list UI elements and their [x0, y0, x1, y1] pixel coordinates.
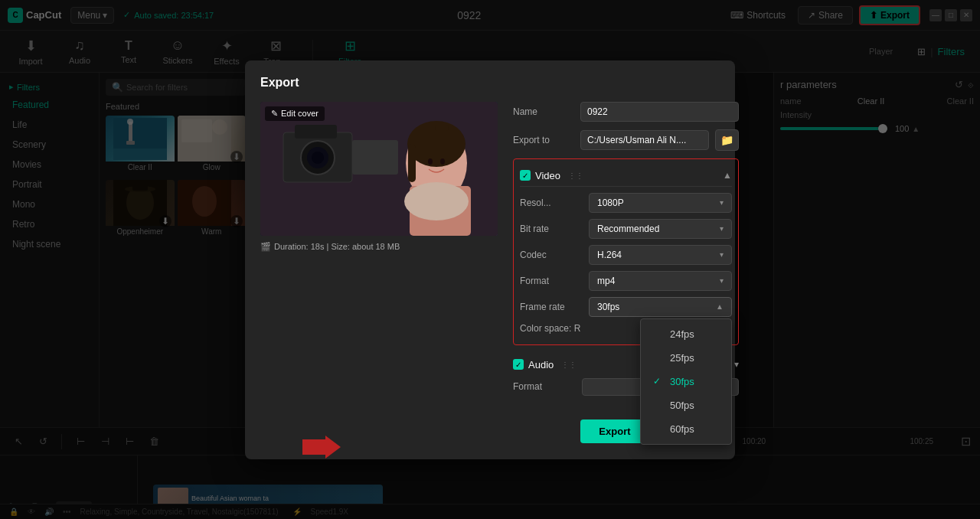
modal-body: ✎ Edit cover 🎬 Duration: 18s | Size: abo…: [260, 102, 720, 406]
edit-icon: ✎: [271, 109, 278, 119]
format-row: Format mp4 ▾: [520, 271, 732, 291]
fps-24-label: 24fps: [670, 328, 694, 340]
preview-image: [260, 102, 498, 236]
bitrate-select[interactable]: Recommended ▾: [589, 219, 732, 239]
framerate-chevron: ▲: [716, 302, 724, 311]
svg-point-21: [312, 152, 324, 164]
format-select[interactable]: mp4 ▾: [589, 271, 732, 291]
codec-chevron: ▾: [720, 250, 724, 259]
film-icon: 🎬: [260, 242, 271, 252]
modal-preview: ✎ Edit cover 🎬 Duration: 18s | Size: abo…: [260, 102, 498, 406]
audio-arrow-icon[interactable]: ▾: [734, 359, 739, 370]
bitrate-value: Recommended: [597, 224, 659, 234]
duration-text: Duration: 18s | Size: about 18 MB: [274, 242, 400, 251]
fps-30-label: 30fps: [670, 376, 694, 387]
fps-30-check: ✓: [653, 376, 664, 387]
name-input[interactable]: [580, 102, 739, 122]
fps-60-option[interactable]: 60fps: [641, 417, 731, 441]
format-label: Format: [520, 276, 589, 286]
video-section-box: ✓ Video ⋮⋮ ▲ Resol... 1080P ▾: [513, 158, 739, 345]
svg-rect-26: [408, 144, 416, 182]
audio-checkbox[interactable]: ✓: [513, 359, 524, 370]
svg-point-28: [428, 158, 433, 165]
fps-50-label: 50fps: [670, 400, 694, 411]
video-arrow-icon[interactable]: ▲: [723, 170, 732, 181]
export-to-row: Export to 📁: [513, 129, 739, 151]
modal-settings: Name Export to 📁 ✓ Video ⋮⋮ ▲: [513, 102, 739, 406]
codec-select[interactable]: H.264 ▾: [589, 245, 732, 265]
audio-drag-icon: ⋮⋮: [561, 361, 577, 369]
format-chevron: ▾: [720, 276, 724, 285]
video-section-header: ✓ Video ⋮⋮ ▲: [520, 165, 732, 187]
framerate-select[interactable]: 30fps ▲: [589, 297, 732, 317]
video-section-title: Video: [535, 170, 560, 181]
audio-format-label: Format: [513, 381, 582, 392]
fps-50-option[interactable]: 50fps: [641, 393, 731, 417]
fps-24-option[interactable]: 24fps: [641, 322, 731, 346]
codec-value: H.264: [597, 250, 622, 260]
fps-25-label: 25fps: [670, 352, 694, 364]
export-to-label: Export to: [513, 135, 574, 145]
export-path-input[interactable]: [580, 130, 709, 150]
color-space-label: Color space: R: [520, 323, 589, 334]
resolution-value: 1080P: [597, 197, 624, 208]
modal-overlay: Export: [0, 0, 980, 519]
export-modal: Export: [245, 60, 735, 459]
codec-label: Codec: [520, 250, 589, 260]
folder-button[interactable]: 📁: [715, 129, 739, 151]
fps-30-option[interactable]: ✓ 30fps: [641, 370, 731, 393]
modal-title: Export: [260, 76, 720, 90]
fps-60-label: 60fps: [670, 423, 694, 435]
bitrate-label: Bit rate: [520, 224, 589, 234]
svg-point-29: [440, 158, 445, 165]
name-label-modal: Name: [513, 106, 574, 117]
svg-point-30: [404, 182, 469, 220]
framerate-label: Frame rate: [520, 302, 589, 312]
framerate-value: 30fps: [597, 302, 619, 312]
audio-section-title: Audio: [528, 359, 554, 370]
svg-rect-27: [435, 125, 449, 131]
framerate-dropdown: 24fps 25fps ✓ 30fps: [640, 318, 732, 445]
edit-cover-button[interactable]: ✎ Edit cover: [265, 106, 325, 121]
bitrate-chevron: ▾: [720, 224, 724, 233]
fps-25-option[interactable]: 25fps: [641, 346, 731, 370]
svg-rect-22: [352, 140, 398, 175]
svg-rect-18: [295, 125, 337, 139]
codec-row: Codec H.264 ▾: [520, 245, 732, 265]
video-drag-icon: ⋮⋮: [568, 171, 583, 180]
framerate-row: Frame rate 30fps ▲ 24fps: [520, 297, 732, 317]
bitrate-row: Bit rate Recommended ▾: [520, 219, 732, 239]
resolution-chevron: ▾: [720, 198, 724, 207]
resolution-row: Resol... 1080P ▾: [520, 193, 732, 213]
export-button[interactable]: Export: [580, 419, 648, 443]
format-value: mp4: [597, 276, 615, 286]
edit-cover-label: Edit cover: [281, 109, 318, 118]
arrow-indicator: [299, 436, 345, 461]
resolution-select[interactable]: 1080P ▾: [589, 193, 732, 213]
name-row: Name: [513, 102, 739, 122]
resolution-label: Resol...: [520, 197, 589, 208]
video-checkbox[interactable]: ✓: [520, 170, 531, 181]
duration-info: 🎬 Duration: 18s | Size: about 18 MB: [260, 242, 498, 252]
